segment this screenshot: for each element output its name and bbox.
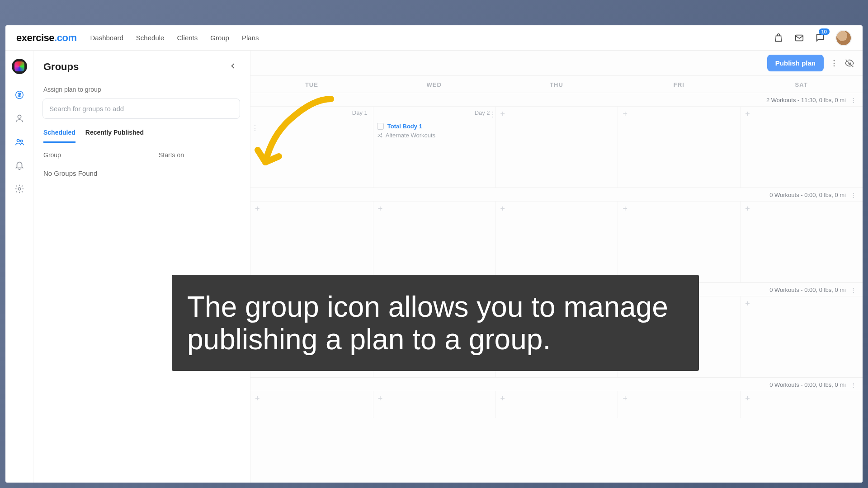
svg-point-4	[20, 140, 23, 142]
nav-clients[interactable]: Clients	[177, 34, 198, 42]
calendar-cell[interactable]: +	[373, 201, 495, 282]
col-starts-on: Starts on	[159, 151, 240, 159]
calendar-cell[interactable]: +	[618, 201, 740, 282]
person-icon[interactable]	[14, 113, 25, 124]
week-summary-text: 0 Workouts - 0:00, 0 lbs, 0 mi	[769, 286, 846, 293]
calendar-cell[interactable]: +	[740, 296, 863, 377]
week-row: 0 Workouts - 0:00, 0 lbs, 0 mi ⋮ + + + +…	[250, 188, 863, 282]
nav-dashboard[interactable]: Dashboard	[90, 34, 123, 42]
logo-text-2: .com	[54, 32, 76, 43]
week-menu-icon[interactable]: ⋮	[850, 286, 856, 293]
add-icon[interactable]: +	[500, 109, 505, 119]
nav-links: Dashboard Schedule Clients Group Plans	[90, 34, 259, 42]
svg-point-7	[834, 62, 835, 64]
add-icon[interactable]: +	[623, 109, 627, 119]
week-row: 0 Workouts - 0:00, 0 lbs, 0 mi ⋮ + + + +…	[250, 377, 863, 418]
calendar-cell[interactable]: +	[250, 391, 373, 418]
svg-point-2	[18, 115, 21, 118]
day-label: Day 1	[352, 109, 368, 116]
add-icon[interactable]: +	[745, 394, 750, 404]
search-groups-input[interactable]	[42, 99, 240, 119]
visibility-off-icon[interactable]	[844, 58, 854, 68]
calendar-cell[interactable]: Day 2 ⋮ Total Body 1 Alternate Workouts	[373, 106, 495, 188]
workspace-logo[interactable]	[12, 59, 27, 74]
calendar-cell[interactable]: Day 1 ⋮	[250, 106, 373, 188]
chat-icon[interactable]: 10	[815, 33, 826, 43]
week-row: 2 Workouts - 11:30, 0 lbs, 0 mi ⋮ Day 1 …	[250, 93, 863, 188]
calendar-toolbar: Publish plan	[250, 51, 863, 76]
week-menu-icon[interactable]: ⋮	[850, 381, 856, 388]
add-icon[interactable]: +	[745, 299, 750, 309]
tab-recently-published[interactable]: Recently Published	[85, 129, 144, 143]
calendar-cell[interactable]: +	[250, 201, 373, 282]
nav-plans[interactable]: Plans	[242, 34, 259, 42]
brand-logo: exercise.com	[16, 32, 76, 44]
avatar[interactable]	[835, 30, 852, 46]
tab-scheduled[interactable]: Scheduled	[43, 129, 75, 143]
cell-menu-icon[interactable]: ⋮	[251, 124, 259, 132]
tutorial-caption: The group icon allows you to manage publ…	[172, 275, 699, 371]
icon-rail	[5, 51, 33, 483]
svg-point-6	[834, 60, 835, 61]
nav-schedule[interactable]: Schedule	[136, 34, 165, 42]
week-summary-text: 0 Workouts - 0:00, 0 lbs, 0 mi	[769, 192, 846, 198]
panel-title: Groups	[43, 61, 79, 73]
day-thu: THU	[495, 76, 618, 93]
checkbox-icon[interactable]	[377, 123, 384, 130]
logo-text-1: exercise	[16, 32, 54, 43]
day-label: Day 2	[475, 109, 490, 116]
day-headers: TUE WED THU FRI SAT	[250, 76, 863, 93]
svg-point-3	[17, 140, 19, 142]
week-summary-text: 2 Workouts - 11:30, 0 lbs, 0 mi	[766, 97, 846, 103]
add-icon[interactable]: +	[745, 204, 750, 214]
chat-badge: 10	[819, 28, 830, 35]
day-fri: FRI	[618, 76, 740, 93]
add-icon[interactable]: +	[623, 204, 627, 214]
calendar-cell[interactable]: +	[495, 106, 618, 188]
nav-group[interactable]: Group	[210, 34, 229, 42]
workout-card[interactable]: Total Body 1 Alternate Workouts	[377, 123, 492, 139]
workout-subtitle: Alternate Workouts	[386, 132, 435, 139]
week-menu-icon[interactable]: ⋮	[850, 97, 856, 103]
dollar-icon[interactable]	[14, 89, 25, 100]
gear-icon[interactable]	[14, 183, 25, 194]
calendar-cell[interactable]: +	[740, 391, 863, 418]
add-icon[interactable]: +	[500, 394, 505, 404]
groups-panel: Groups Assign plan to group Scheduled Re…	[33, 51, 250, 483]
day-sat: SAT	[740, 76, 863, 93]
empty-state: No Groups Found	[33, 162, 250, 184]
publish-plan-button[interactable]: Publish plan	[767, 55, 824, 71]
group-icon[interactable]	[14, 136, 25, 147]
add-icon[interactable]: +	[623, 394, 627, 404]
week-summary-text: 0 Workouts - 0:00, 0 lbs, 0 mi	[769, 381, 846, 388]
week-menu-icon[interactable]: ⋮	[850, 192, 856, 198]
more-icon[interactable]	[829, 58, 839, 68]
calendar-cell[interactable]: +	[373, 391, 495, 418]
add-icon[interactable]: +	[500, 204, 505, 214]
add-icon[interactable]: +	[378, 394, 383, 404]
top-nav: exercise.com Dashboard Schedule Clients …	[5, 25, 863, 51]
calendar-cell[interactable]: +	[740, 201, 863, 282]
calendar-cell[interactable]: +	[495, 201, 618, 282]
calendar-cell[interactable]: +	[618, 391, 740, 418]
calendar-cell[interactable]: +	[618, 106, 740, 188]
column-headers: Group Starts on	[33, 143, 250, 162]
add-icon[interactable]: +	[745, 109, 750, 119]
day-wed: WED	[373, 76, 495, 93]
calendar-cell[interactable]: +	[495, 391, 618, 418]
bell-icon[interactable]	[14, 160, 25, 171]
add-icon[interactable]: +	[255, 204, 260, 214]
shuffle-icon	[377, 132, 383, 138]
add-icon[interactable]: +	[378, 204, 383, 214]
bag-icon[interactable]	[773, 33, 784, 43]
svg-point-5	[18, 188, 21, 190]
workout-title: Total Body 1	[387, 123, 422, 130]
day-tue: TUE	[250, 76, 373, 93]
collapse-panel-button[interactable]	[226, 59, 240, 75]
panel-tabs: Scheduled Recently Published	[33, 123, 250, 143]
mail-icon[interactable]	[794, 33, 805, 43]
calendar-cell[interactable]: +	[740, 106, 863, 188]
assign-label: Assign plan to group	[33, 80, 250, 96]
svg-point-8	[834, 65, 835, 66]
add-icon[interactable]: +	[255, 394, 260, 404]
